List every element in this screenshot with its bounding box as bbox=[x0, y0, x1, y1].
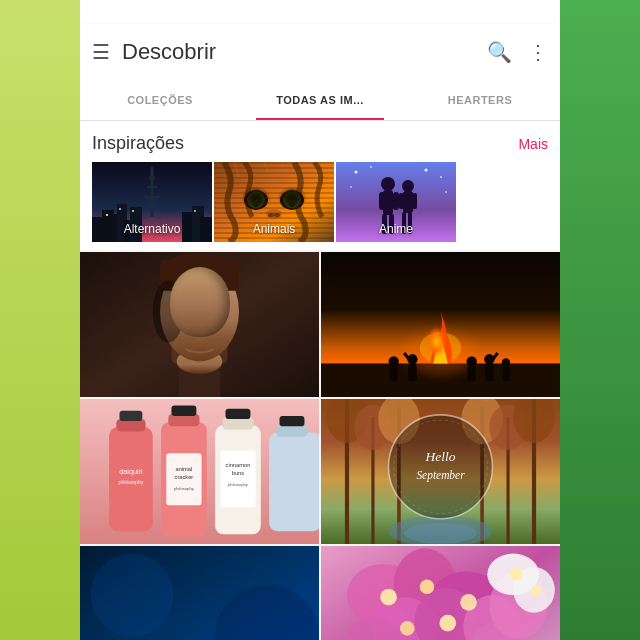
category-alternativo[interactable]: Alternativo bbox=[92, 162, 212, 242]
svg-rect-17 bbox=[194, 210, 196, 212]
grid-item-flowers[interactable] bbox=[321, 546, 560, 640]
svg-point-57 bbox=[178, 308, 188, 318]
category-animais-label: Animais bbox=[214, 222, 334, 236]
svg-rect-96 bbox=[225, 409, 250, 419]
svg-point-44 bbox=[370, 166, 372, 168]
category-anime[interactable]: Anime bbox=[336, 162, 456, 242]
image-grid: daiquiri philosophy animal cracker philo… bbox=[80, 252, 560, 640]
grid-item-bonfire[interactable] bbox=[321, 252, 560, 397]
svg-point-142 bbox=[439, 615, 456, 632]
svg-point-69 bbox=[389, 356, 399, 366]
right-sidebar bbox=[560, 0, 640, 640]
svg-point-48 bbox=[445, 191, 447, 193]
status-bar bbox=[80, 0, 560, 24]
svg-point-138 bbox=[380, 589, 397, 606]
tab-colecoes[interactable]: COLEÇÕES bbox=[80, 80, 240, 120]
app-bar-actions: 🔍 ⋮ bbox=[487, 40, 548, 64]
svg-text:philosophy: philosophy bbox=[174, 486, 195, 491]
svg-point-46 bbox=[440, 176, 442, 178]
svg-point-37 bbox=[402, 180, 414, 192]
svg-text:cracker: cracker bbox=[175, 474, 194, 480]
grid-item-dont-scared[interactable]: Don't be scared... it's only... bbox=[80, 546, 319, 640]
svg-point-77 bbox=[502, 358, 510, 366]
svg-text:philosophy: philosophy bbox=[228, 482, 249, 487]
svg-rect-34 bbox=[393, 192, 399, 210]
search-icon[interactable]: 🔍 bbox=[487, 40, 512, 64]
svg-point-118 bbox=[404, 523, 477, 544]
app-title: Descobrir bbox=[122, 39, 487, 65]
svg-point-73 bbox=[466, 356, 476, 366]
svg-point-45 bbox=[425, 169, 428, 172]
main-content[interactable]: Inspirações Mais bbox=[80, 121, 560, 640]
svg-rect-63 bbox=[171, 341, 227, 364]
svg-point-64 bbox=[153, 280, 184, 342]
svg-rect-38 bbox=[403, 191, 413, 213]
category-animais[interactable]: Animais bbox=[214, 162, 334, 242]
section-more-button[interactable]: Mais bbox=[518, 136, 548, 152]
left-sidebar bbox=[0, 0, 80, 640]
svg-rect-72 bbox=[408, 363, 416, 381]
app-wrapper: ☰ Descobrir 🔍 ⋮ COLEÇÕES TODAS AS IM... … bbox=[0, 0, 640, 640]
grid-item-hello-september[interactable]: Hello September bbox=[321, 399, 560, 544]
svg-point-55 bbox=[175, 307, 192, 319]
svg-rect-40 bbox=[412, 193, 417, 209]
svg-point-141 bbox=[400, 621, 415, 636]
svg-text:cinnamon: cinnamon bbox=[226, 462, 251, 468]
svg-rect-15 bbox=[119, 208, 121, 210]
svg-text:September: September bbox=[416, 469, 465, 482]
tab-hearters[interactable]: HEARTERS bbox=[400, 80, 560, 120]
svg-point-139 bbox=[420, 580, 435, 595]
svg-text:animal: animal bbox=[176, 466, 193, 472]
app-container: ☰ Descobrir 🔍 ⋮ COLEÇÕES TODAS AS IM... … bbox=[80, 0, 560, 640]
svg-rect-89 bbox=[171, 406, 196, 416]
svg-rect-39 bbox=[399, 193, 404, 209]
svg-text:daiquiri: daiquiri bbox=[119, 467, 143, 476]
svg-point-62 bbox=[216, 310, 219, 313]
svg-rect-84 bbox=[119, 411, 142, 421]
app-bar: ☰ Descobrir 🔍 ⋮ bbox=[80, 24, 560, 80]
svg-rect-78 bbox=[503, 367, 510, 382]
svg-point-58 bbox=[211, 308, 221, 318]
svg-point-140 bbox=[460, 594, 477, 611]
svg-point-47 bbox=[350, 186, 352, 188]
svg-rect-101 bbox=[269, 433, 319, 532]
svg-text:Hello: Hello bbox=[425, 449, 456, 464]
svg-point-43 bbox=[355, 171, 358, 174]
svg-rect-97 bbox=[220, 450, 255, 507]
svg-rect-54 bbox=[160, 260, 239, 291]
svg-point-61 bbox=[182, 310, 185, 313]
svg-point-56 bbox=[208, 307, 225, 319]
category-anime-label: Anime bbox=[336, 222, 456, 236]
section-header: Inspirações Mais bbox=[80, 121, 560, 162]
svg-rect-33 bbox=[379, 192, 385, 210]
svg-point-145 bbox=[510, 568, 522, 580]
svg-rect-70 bbox=[390, 366, 398, 382]
more-vert-icon[interactable]: ⋮ bbox=[528, 40, 548, 64]
svg-rect-14 bbox=[106, 214, 108, 216]
grid-item-man-portrait[interactable] bbox=[80, 252, 319, 397]
svg-point-146 bbox=[531, 586, 541, 596]
menu-icon[interactable]: ☰ bbox=[92, 40, 110, 64]
svg-text:buns: buns bbox=[232, 470, 245, 476]
grid-item-lotions[interactable]: daiquiri philosophy animal cracker philo… bbox=[80, 399, 319, 544]
svg-point-31 bbox=[381, 177, 395, 191]
tabs-bar: COLEÇÕES TODAS AS IM... HEARTERS bbox=[80, 80, 560, 121]
svg-rect-16 bbox=[132, 210, 134, 212]
svg-point-59 bbox=[180, 310, 186, 316]
svg-rect-76 bbox=[485, 363, 493, 381]
svg-point-60 bbox=[213, 310, 219, 316]
tab-todas[interactable]: TODAS AS IM... bbox=[240, 80, 400, 120]
categories-row: Alternativo bbox=[80, 162, 560, 250]
svg-point-125 bbox=[90, 554, 173, 637]
svg-text:philosophy: philosophy bbox=[119, 479, 144, 485]
category-alternativo-label: Alternativo bbox=[92, 222, 212, 236]
svg-rect-103 bbox=[280, 416, 305, 426]
svg-rect-74 bbox=[468, 366, 476, 382]
section-title: Inspirações bbox=[92, 133, 184, 154]
